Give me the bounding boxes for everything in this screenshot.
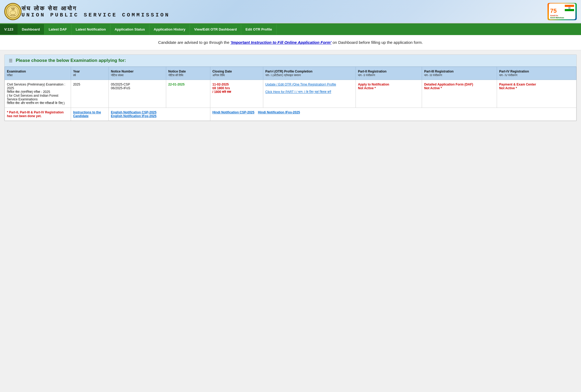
svg-text:75: 75 <box>550 7 557 14</box>
nav-edit-otr-profile[interactable]: Edit OTR Profile <box>241 24 277 35</box>
org-title-hindi: संघ लोक सेवा आयोग <box>22 5 545 12</box>
exam-name: Civil Services (Preliminary) Examination… <box>7 83 65 105</box>
section-header: ☰ Please choose the below Examination ap… <box>5 55 576 67</box>
svg-text:Amrit Mahotsav: Amrit Mahotsav <box>550 17 564 19</box>
cell-part3: Detailed Application Form (DAF)Not Activ… <box>422 80 497 108</box>
org-title-english: UNION PUBLIC SERVICE COMMISSION <box>22 12 545 18</box>
th-notice-sub: नोटिस संख्या <box>111 74 123 77</box>
table-footer-row: * Part-II, Part-III & Part-IV Registrati… <box>5 108 576 121</box>
azadi-badge: 75 Azadi Ka Amrit Mahotsav <box>547 3 577 20</box>
azadi-badge-container: 75 Azadi Ka Amrit Mahotsav <box>545 2 577 21</box>
th-notice-number: Notice Number नोटिस संख्या <box>109 67 166 80</box>
th-closing-sub: अन्तिम तिथि <box>212 74 225 77</box>
otr-update-link[interactable]: Update / Edit OTR (One Time Registration… <box>265 83 336 86</box>
th-part2-main: Part-II Registration <box>358 70 386 73</box>
th-closing-date: Closing Date अन्तिम तिथि <box>210 67 263 80</box>
footer-cell-instructions: Instructions to the Candidate <box>71 108 108 121</box>
th-part1-sub: भाग- I (ओटीआर) प्रोफाइल समापन <box>265 74 301 77</box>
th-part1: Part-I (OTR) Profile Completion भाग- I (… <box>263 67 356 80</box>
th-notice-main: Notice Number <box>111 70 133 73</box>
th-year-main: Year <box>73 70 80 73</box>
th-part4-sub: भाग- IV पंजीकरण <box>499 74 517 77</box>
part2-status: Apply to NotificationNot Active * <box>358 83 389 90</box>
nav-dashboard[interactable]: Dashboard <box>18 24 44 35</box>
th-ndate-sub: नोटिस की तिथि <box>168 74 183 77</box>
instructions-link[interactable]: Instructions to the Candidate <box>73 110 101 118</box>
th-part1-main: Part-I (OTR) Profile Completion <box>265 70 312 73</box>
org-title: संघ लोक सेवा आयोग UNION PUBLIC SERVICE C… <box>22 5 545 18</box>
part3-status: Detailed Application Form (DAF)Not Activ… <box>424 83 473 90</box>
announcement-bar: Candidate are advised to go through the … <box>0 35 581 50</box>
svg-text:जयते: जयते <box>11 9 15 10</box>
part1-click-link[interactable]: Click Here for PART I / भाग- I के लिए यह… <box>265 90 331 94</box>
announcement-link[interactable]: 'Important Instruction to Fill Online Ap… <box>231 40 332 45</box>
en-notification-ifos-link[interactable]: English Notification IFos-2025 <box>111 114 156 118</box>
en-notification-csp-link[interactable]: English Notification CSP-2025 <box>111 110 156 114</box>
version-label: V:123 <box>0 24 18 35</box>
cell-year: 2025 <box>71 80 108 108</box>
year-value: 2025 <box>73 83 80 86</box>
th-notice-date: Notice Date नोटिस की तिथि <box>166 67 210 80</box>
svg-rect-7 <box>565 5 574 7</box>
cell-part1: Update / Edit OTR (One Time Registration… <box>263 80 356 108</box>
announcement-text-after: on Dashboard before filling up the appli… <box>332 40 423 45</box>
cell-closing-date: 11-02-2025till 1800 hrs/ 1800 बजे तक <box>210 80 263 108</box>
hi-notification-csp-link[interactable]: Hindi Notification CSP-2025 <box>212 110 254 114</box>
th-closing-main: Closing Date <box>212 70 232 73</box>
svg-text:भारत सरकार: भारत सरकार <box>10 15 15 16</box>
th-part3-main: Part-III Registration <box>424 70 454 73</box>
page-header: सत्यमेव जयते भारत सरकार संघ लोक सेवा आयो… <box>0 0 581 23</box>
th-year-sub: वर्ष <box>73 74 76 77</box>
announcement-text-before: Candidate are advised to go through the <box>158 40 231 45</box>
footer-cell-hi-notifications: Hindi Notification CSP-2025 Hindi Notifi… <box>210 108 576 121</box>
closing-date-value: 11-02-2025till 1800 hrs/ 1800 बजे तक <box>212 83 231 94</box>
th-part3-sub: भाग- III पंजीकरण <box>424 74 442 77</box>
cell-part2: Apply to NotificationNot Active * <box>356 80 422 108</box>
svg-text:Azadi Ka: Azadi Ka <box>550 15 558 16</box>
part4-status: Payment & Exam CenterNot Active * <box>499 83 536 90</box>
th-part2: Part-II Registration भाग- II पंजीकरण <box>356 67 422 80</box>
nav-view-edit-otr[interactable]: View/Edit OTR Dashboard <box>190 24 241 35</box>
main-navbar: V:123 Dashboard Latest DAF Latest Notifi… <box>0 23 581 35</box>
notice-date-value: 22-01-2025 <box>168 83 185 86</box>
th-exam-sub: परीक्षा <box>7 74 12 77</box>
svg-point-0 <box>6 5 19 18</box>
th-part3: Part-III Registration भाग- III पंजीकरण <box>422 67 497 80</box>
nav-latest-notification[interactable]: Latest Notification <box>72 24 110 35</box>
footer-notice-text: * Part-II, Part-III & Part-IV Registrati… <box>7 110 64 118</box>
notice-number-value: 05/2025-CSP06/2025-IFoS <box>111 83 130 90</box>
cell-notice-date: 22-01-2025 <box>166 80 210 108</box>
table-row: Civil Services (Preliminary) Examination… <box>5 80 576 108</box>
th-part4: Part-IV Registration भाग- IV पंजीकरण <box>497 67 576 80</box>
svg-text:सत्यमेव: सत्यमेव <box>11 7 15 9</box>
upsc-logo: सत्यमेव जयते भारत सरकार <box>4 3 22 20</box>
main-content-area: ☰ Please choose the below Examination ap… <box>4 54 577 121</box>
cell-notice-number: 05/2025-CSP06/2025-IFoS <box>109 80 166 108</box>
cell-part4: Payment & Exam CenterNot Active * <box>497 80 576 108</box>
hi-notification-ifos-link[interactable]: Hindi Notification IFos-2025 <box>258 110 300 114</box>
th-examination: Examination परीक्षा <box>5 67 71 80</box>
nav-application-status[interactable]: Application Status <box>110 24 149 35</box>
hamburger-icon[interactable]: ☰ <box>9 58 12 63</box>
nav-latest-daf[interactable]: Latest DAF <box>44 24 72 35</box>
th-year: Year वर्ष <box>71 67 108 80</box>
th-exam-main: Examination <box>7 70 26 73</box>
footer-cell-notice: * Part-II, Part-III & Part-IV Registrati… <box>5 108 71 121</box>
section-title: Please choose the below Examination appl… <box>16 58 126 63</box>
footer-cell-en-notifications: English Notification CSP-2025 English No… <box>109 108 210 121</box>
nav-application-history[interactable]: Application History <box>149 24 190 35</box>
cell-examination: Civil Services (Preliminary) Examination… <box>5 80 71 108</box>
th-part2-sub: भाग- II पंजीकरण <box>358 74 375 77</box>
svg-rect-9 <box>565 9 574 11</box>
th-ndate-main: Notice Date <box>168 70 186 73</box>
examination-table: Examination परीक्षा Year वर्ष Notice Num… <box>5 67 576 121</box>
th-part4-main: Part-IV Registration <box>499 70 529 73</box>
table-header-row: Examination परीक्षा Year वर्ष Notice Num… <box>5 67 576 80</box>
